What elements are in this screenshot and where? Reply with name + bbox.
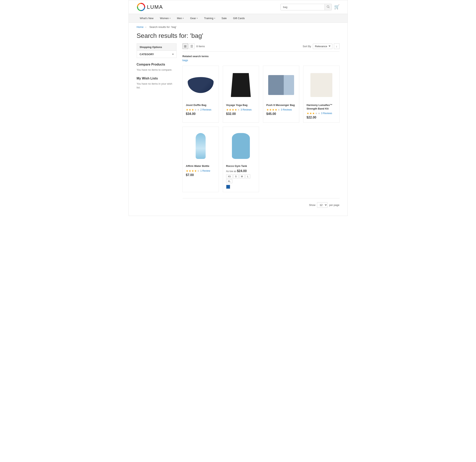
star-rating: ★ ★ ★ ★ ★ (266, 108, 280, 111)
swatch-xs[interactable]: XS (226, 175, 233, 178)
swatch-s[interactable]: S (233, 175, 238, 178)
product-price: As low as $24.00 (226, 169, 256, 173)
search-button[interactable] (324, 4, 332, 10)
product-image-push-it-messenger-bag[interactable] (266, 69, 296, 101)
page-title: Search results for: 'bag' (129, 31, 348, 43)
cart-icon[interactable]: 🛒 (334, 4, 340, 9)
pagination-bar: Show 12 24 36 per page (183, 198, 340, 208)
product-image-voyage-yoga-bag[interactable] (226, 69, 256, 101)
wish-lists-text: You have no items in your wish list. (137, 82, 177, 90)
nav-item-whats-new[interactable]: What's New (137, 14, 157, 23)
review-count-link[interactable]: 1 Review (200, 169, 210, 172)
product-price: $34.00 (186, 112, 215, 116)
category-label: CATEGORY (140, 53, 154, 56)
product-image-rocco-gym-tank[interactable] (226, 130, 256, 162)
water-bottle-image (196, 133, 206, 159)
sidebar-wish-lists: My Wish Lists You have no items in your … (137, 77, 177, 90)
product-name[interactable]: Affirm Water Bottle (186, 164, 215, 168)
product-card-harmony-lumaflex: Harmony Lumaflex™ Strength Band Kit ★ ★ … (303, 66, 340, 123)
swatch-m[interactable]: M (239, 175, 245, 178)
nav-item-training[interactable]: Training ▾ (201, 14, 218, 23)
sort-select[interactable]: Relevance Name Price Position (313, 44, 332, 49)
product-card-affirm-water-bottle: Affirm Water Bottle ★ ★ ★ ★ ★ 1 Review $… (183, 127, 219, 192)
product-card-voyage-yoga-bag: Voyage Yoga Bag ★ ★ ★ ★ ★ 3 Reviews $32.… (223, 66, 259, 123)
main-nav: What's New Women ▾ Men ▾ Gear ▾ Training… (129, 14, 348, 23)
show-label: Show (309, 203, 316, 207)
swatch-xl[interactable]: XL (226, 179, 232, 183)
product-name[interactable]: Voyage Yoga Bag (226, 103, 256, 107)
product-price: $45.00 (266, 112, 296, 116)
sort-direction-button[interactable]: ↓ (334, 43, 340, 49)
breadcrumb-separator: › (145, 25, 147, 28)
svg-line-2 (329, 7, 329, 8)
star-rating: ★ ★ ★ ★ ★ (186, 108, 200, 111)
product-name[interactable]: Rocco Gym Tank (226, 164, 256, 168)
review-count-link[interactable]: 3 Reviews (321, 112, 332, 115)
search-icon (327, 5, 330, 8)
swatch-color-blue[interactable] (226, 185, 230, 189)
related-search-bags-link[interactable]: bags (183, 59, 188, 62)
swatch-l[interactable]: L (246, 175, 250, 178)
shopping-options-title: Shopping Options (137, 43, 177, 51)
sidebar-compare-products: Compare Products You have no items to co… (137, 63, 177, 72)
chevron-down-icon: ▾ (197, 17, 198, 19)
gym-tank-image (232, 133, 250, 159)
sort-label: Sort By (303, 45, 311, 48)
product-card-joust-duffle-bag: Joust Duffle Bag ★ ★ ★ ★ ★ 2 Reviews $34… (183, 66, 219, 123)
product-rating: ★ ★ ★ ★ ★ 3 Reviews (226, 108, 256, 111)
nav-item-men[interactable]: Men ▾ (174, 14, 187, 23)
compare-products-heading: Compare Products (137, 63, 177, 66)
chevron-down-icon: ▾ (214, 17, 215, 19)
product-rating: ★ ★ ★ ★ ★ 1 Review (186, 169, 215, 172)
chevron-down-icon: ▾ (172, 53, 174, 56)
search-input[interactable] (281, 4, 324, 10)
nav-item-gift-cards[interactable]: Gift Cards (230, 14, 248, 23)
toolbar-left: ⊞ ☰ 8 Items (183, 43, 205, 49)
item-count: 8 Items (196, 45, 205, 48)
product-image-harmony-lumaflex[interactable] (307, 69, 336, 101)
star-rating: ★ ★ ★ ★ ★ (186, 169, 200, 172)
logo-area: LUMA (137, 3, 163, 11)
product-image-affirm-water-bottle[interactable] (186, 130, 215, 162)
price-prefix: As low as (226, 170, 237, 173)
product-price: $32.00 (226, 112, 256, 116)
per-page-select[interactable]: 12 24 36 (317, 202, 328, 208)
nav-item-gear[interactable]: Gear ▾ (187, 14, 201, 23)
category-filter[interactable]: CATEGORY ▾ (137, 51, 177, 58)
breadcrumb-current: Search results for: 'bag' (149, 25, 177, 28)
star-rating: ★ ★ ★ ★ ★ (226, 108, 240, 111)
product-name[interactable]: Push It Messenger Bag (266, 103, 296, 107)
compare-products-text: You have no items to compare. (137, 68, 177, 72)
product-name[interactable]: Joust Duffle Bag (186, 103, 215, 107)
list-view-button[interactable]: ☰ (189, 43, 195, 49)
review-count-link[interactable]: 3 Reviews (241, 108, 252, 111)
sidebar: Shopping Options CATEGORY ▾ Compare Prod… (137, 43, 177, 208)
product-card-rocco-gym-tank: Rocco Gym Tank As low as $24.00 XS S M L… (223, 127, 259, 192)
grid-view-button[interactable]: ⊞ (183, 43, 188, 49)
search-bar (280, 4, 332, 10)
product-rating: ★ ★ ★ ★ ★ 3 Reviews (266, 108, 296, 111)
chevron-down-icon: ▾ (183, 17, 184, 19)
nav-item-sale[interactable]: Sale (218, 14, 230, 23)
nav-item-women[interactable]: Women ▾ (157, 14, 174, 23)
breadcrumb: Home › Search results for: 'bag' (129, 23, 348, 31)
messenger-bag-image (268, 75, 294, 95)
review-count-link[interactable]: 2 Reviews (200, 108, 211, 111)
header-right: 🛒 (280, 4, 340, 10)
breadcrumb-home[interactable]: Home (137, 25, 144, 28)
star-rating: ★ ★ ★ ★ ★ (307, 112, 320, 115)
product-price: $7.00 (186, 173, 215, 177)
view-buttons: ⊞ ☰ (183, 43, 195, 49)
product-image-joust-duffle-bag[interactable] (186, 69, 215, 101)
logo-text: LUMA (147, 4, 163, 10)
review-count-link[interactable]: 3 Reviews (281, 108, 292, 111)
related-search-label: Related search terms (183, 55, 340, 58)
product-name[interactable]: Harmony Lumaflex™ Strength Band Kit (307, 103, 336, 110)
product-rating: ★ ★ ★ ★ ★ 2 Reviews (186, 108, 215, 111)
logo-icon (137, 3, 145, 11)
chevron-down-icon: ▾ (170, 17, 170, 19)
product-toolbar: ⊞ ☰ 8 Items Sort By Relevance Name Price… (183, 43, 340, 51)
related-search: Related search terms bags (183, 55, 340, 62)
strength-band-image (310, 73, 332, 97)
product-price: $22.00 (307, 116, 336, 119)
